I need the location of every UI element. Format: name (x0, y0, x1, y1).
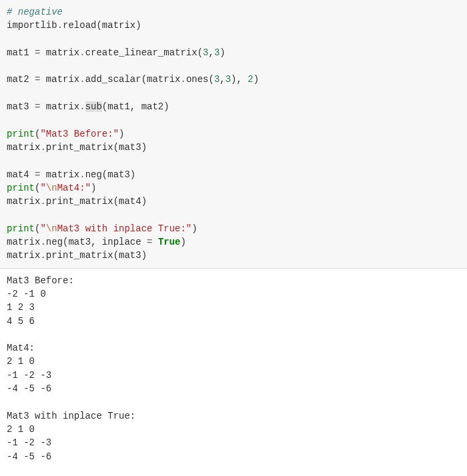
code-text: matrix (7, 250, 40, 261)
code-text: matrix (40, 47, 79, 58)
code-escape: \n (46, 183, 57, 193)
code-text: mat4 (7, 169, 35, 180)
output-line: -4 -5 -6 (7, 451, 51, 462)
code-number: 2 (248, 74, 253, 85)
code-text: neg(mat3, inplace (46, 237, 147, 247)
output-line: -1 -2 -3 (7, 437, 51, 448)
code-text: matrix (40, 74, 79, 85)
code-text: ) (180, 237, 185, 247)
code-text: (mat1, mat2) (102, 101, 169, 112)
code-op: . (180, 74, 185, 85)
code-string: " (40, 223, 45, 234)
code-op: . (40, 250, 45, 261)
code-text: importlib (7, 20, 57, 31)
code-text: ) (91, 183, 96, 193)
code-op: . (40, 196, 45, 207)
code-text: mat3 (7, 101, 35, 112)
code-op: . (57, 20, 63, 31)
code-text: ) (219, 47, 225, 58)
code-string: "Mat3 Before:" (40, 129, 119, 139)
code-cell[interactable]: # negative importlib.reload(matrix) mat1… (0, 0, 467, 269)
output-line: 1 2 3 (7, 302, 35, 313)
code-text: matrix (7, 237, 40, 247)
code-text: print_matrix(mat3) (46, 250, 147, 261)
code-text: add_scalar(matrix (85, 74, 181, 85)
code-text: neg(mat3) (85, 169, 136, 180)
highlighted-text: sub (85, 101, 102, 112)
output-line: -2 -1 0 (7, 289, 46, 299)
code-text: reload(matrix) (63, 20, 141, 31)
code-op: . (79, 101, 85, 112)
code-text: ) (119, 129, 124, 139)
code-text: ) (254, 74, 259, 85)
code-text: ones( (186, 74, 214, 85)
code-text: matrix (7, 142, 40, 153)
code-op: . (79, 169, 85, 180)
output-cell: Mat3 Before: -2 -1 0 1 2 3 4 5 6 Mat4: 2… (0, 269, 467, 469)
output-line: Mat4: (7, 343, 35, 353)
code-text: print_matrix(mat4) (46, 196, 147, 207)
code-text: create_linear_matrix( (85, 47, 203, 58)
code-text: mat2 (7, 74, 35, 85)
code-op: . (79, 47, 85, 58)
code-text: mat1 (7, 47, 35, 58)
code-op: . (40, 237, 45, 247)
code-text: ), (231, 74, 248, 85)
code-builtin: print (7, 183, 35, 193)
output-line: 2 1 0 (7, 356, 35, 367)
output-line: 2 1 0 (7, 424, 35, 435)
output-line: -4 -5 -6 (7, 383, 51, 394)
code-text: matrix (7, 196, 40, 207)
code-string: Mat3 with inplace True:" (57, 223, 192, 234)
code-text: matrix (40, 101, 79, 112)
code-builtin: print (7, 223, 35, 234)
output-line: 4 5 6 (7, 316, 35, 327)
code-op: . (79, 74, 85, 85)
code-bool: True (158, 237, 181, 247)
code-text: , (219, 74, 225, 85)
code-text: matrix (40, 169, 79, 180)
code-op: . (40, 142, 45, 153)
code-text: , (208, 47, 213, 58)
code-text (152, 237, 157, 247)
code-builtin: print (7, 129, 35, 139)
output-line: Mat3 with inplace True: (7, 411, 135, 421)
output-line: -1 -2 -3 (7, 370, 51, 381)
code-escape: \n (46, 223, 57, 234)
code-number: 3 (225, 74, 231, 85)
code-string: " (40, 183, 45, 193)
code-string: Mat4:" (57, 183, 91, 193)
code-comment: # negative (7, 7, 63, 17)
output-line: Mat3 Before: (7, 275, 74, 286)
code-text: print_matrix(mat3) (46, 142, 147, 153)
code-text: ) (191, 223, 197, 234)
